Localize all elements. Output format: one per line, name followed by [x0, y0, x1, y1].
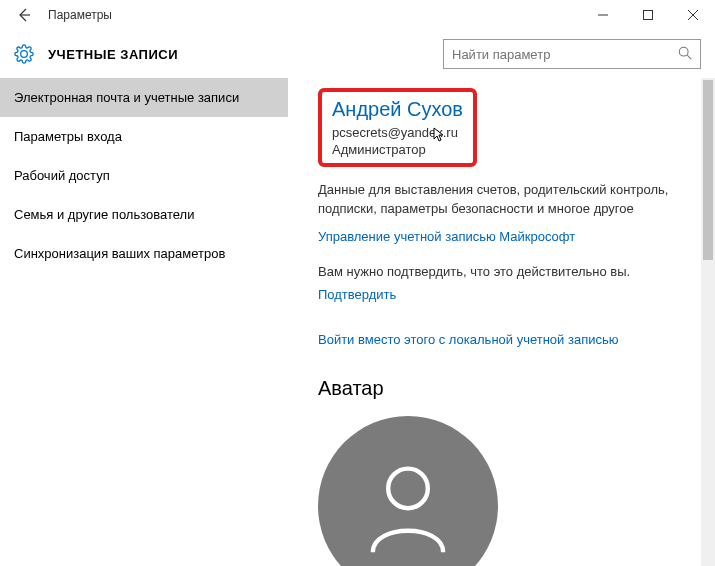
user-email: pcsecrets@yandex.ru — [332, 125, 463, 140]
search-input[interactable] — [452, 47, 678, 62]
verify-description: Вам нужно подтвердить, что это действите… — [318, 264, 685, 279]
sidebar: Электронная почта и учетные записи Парам… — [0, 78, 288, 566]
svg-rect-2 — [643, 11, 652, 20]
search-field[interactable] — [443, 39, 701, 69]
user-info-highlight: Андрей Сухов pcsecrets@yandex.ru Админис… — [318, 88, 477, 167]
sidebar-item-signin-options[interactable]: Параметры входа — [0, 117, 288, 156]
content-pane: Андрей Сухов pcsecrets@yandex.ru Админис… — [288, 78, 715, 566]
scrollbar-thumb[interactable] — [703, 80, 713, 260]
person-icon — [353, 451, 463, 561]
svg-point-7 — [388, 468, 428, 508]
verify-link[interactable]: Подтвердить — [318, 287, 685, 302]
manage-account-link[interactable]: Управление учетной записью Майкрософт — [318, 229, 685, 244]
sidebar-item-family-users[interactable]: Семья и другие пользователи — [0, 195, 288, 234]
sidebar-item-label: Синхронизация ваших параметров — [14, 246, 225, 261]
sidebar-item-label: Параметры входа — [14, 129, 122, 144]
sidebar-item-work-access[interactable]: Рабочий доступ — [0, 156, 288, 195]
search-icon — [678, 46, 692, 63]
cursor-icon — [433, 127, 445, 146]
user-name: Андрей Сухов — [332, 98, 463, 121]
minimize-button[interactable] — [580, 0, 625, 30]
sidebar-item-email-accounts[interactable]: Электронная почта и учетные записи — [0, 78, 288, 117]
sidebar-item-label: Электронная почта и учетные записи — [14, 90, 239, 105]
avatar-placeholder — [318, 416, 498, 566]
local-account-link[interactable]: Войти вместо этого с локальной учетной з… — [318, 332, 685, 347]
sidebar-item-label: Рабочий доступ — [14, 168, 110, 183]
window-title: Параметры — [48, 8, 112, 22]
billing-description: Данные для выставления счетов, родительс… — [318, 181, 685, 219]
scrollbar[interactable] — [701, 78, 715, 566]
avatar-heading: Аватар — [318, 377, 685, 400]
page-title: УЧЕТНЫЕ ЗАПИСИ — [48, 47, 178, 62]
gear-icon — [12, 42, 36, 66]
sidebar-item-sync-settings[interactable]: Синхронизация ваших параметров — [0, 234, 288, 273]
close-button[interactable] — [670, 0, 715, 30]
sidebar-item-label: Семья и другие пользователи — [14, 207, 194, 222]
maximize-button[interactable] — [625, 0, 670, 30]
svg-line-6 — [687, 55, 691, 59]
back-button[interactable] — [8, 0, 40, 30]
svg-point-5 — [679, 47, 688, 56]
